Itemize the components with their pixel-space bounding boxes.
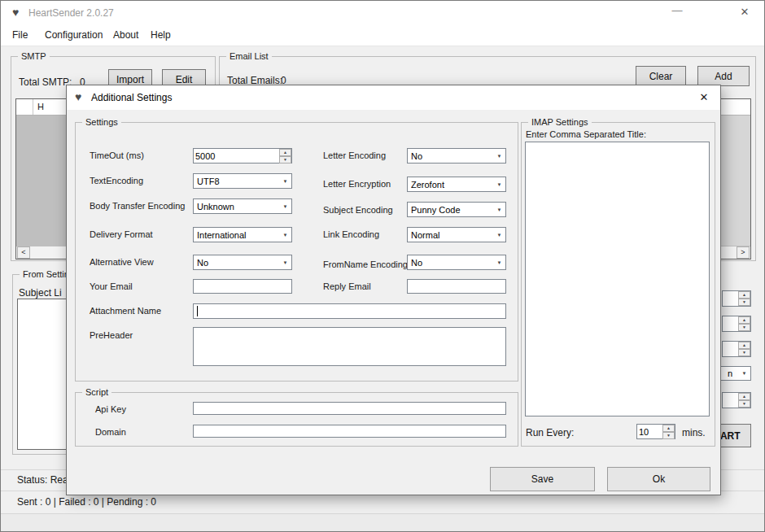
link-encoding-label: Link Encoding bbox=[323, 229, 379, 239]
textencoding-label: TextEncoding bbox=[90, 176, 143, 185]
fromname-encoding-select[interactable]: No ▼ bbox=[407, 255, 506, 270]
run-every-label: Run Every: bbox=[526, 427, 574, 438]
alternative-view-select[interactable]: No ▼ bbox=[193, 255, 292, 270]
text-caret bbox=[197, 306, 198, 316]
menu-configuration[interactable]: Configuration bbox=[45, 29, 103, 41]
run-every-unit-label: mins. bbox=[682, 427, 706, 438]
timeout-input[interactable] bbox=[194, 149, 279, 163]
run-every-spinner[interactable]: ▲ ▼ bbox=[636, 424, 675, 439]
link-encoding-select[interactable]: Normal ▼ bbox=[407, 227, 506, 242]
delivery-format-select[interactable]: International ▼ bbox=[193, 227, 292, 242]
letter-encryption-label: Letter Encryption bbox=[323, 179, 391, 189]
body-transfer-encoding-value: Unknown bbox=[197, 202, 279, 211]
spin-down-icon[interactable]: ▼ bbox=[738, 324, 750, 331]
timeout-spinner[interactable]: ▲ ▼ bbox=[193, 148, 292, 164]
preheader-textarea[interactable] bbox=[193, 327, 506, 366]
subject-encoding-label: Subject Encoding bbox=[323, 205, 393, 215]
dialog-titlebar: ♥ Additional Settings ✕ bbox=[67, 85, 720, 110]
spin-down-icon[interactable]: ▼ bbox=[279, 156, 291, 164]
letter-encryption-value: Zerofont bbox=[411, 180, 493, 190]
subject-list-label: Subject Li bbox=[19, 287, 62, 299]
api-key-label: Api Key bbox=[95, 404, 126, 414]
menu-bar: File Configuration About Help bbox=[1, 25, 764, 46]
alternative-view-value: No bbox=[197, 258, 279, 268]
hidden-updown-control-1[interactable]: ▲ ▼ bbox=[722, 290, 751, 307]
menu-file[interactable]: File bbox=[12, 29, 28, 41]
status-line: Status: Rea bbox=[17, 474, 68, 486]
imap-hint-label: Enter Comma Separated Title: bbox=[526, 129, 646, 139]
clear-button[interactable]: Clear bbox=[636, 66, 686, 86]
spin-up-icon[interactable]: ▲ bbox=[662, 425, 675, 432]
add-button[interactable]: Add bbox=[697, 66, 750, 86]
hidden-updown-control-2[interactable]: ▲ ▼ bbox=[722, 316, 751, 332]
ok-button[interactable]: Ok bbox=[607, 467, 710, 491]
minimize-button[interactable]: — bbox=[667, 4, 687, 16]
spin-up-icon[interactable]: ▲ bbox=[738, 342, 750, 349]
reply-email-input[interactable] bbox=[407, 279, 506, 294]
attachment-name-input[interactable] bbox=[193, 303, 506, 319]
dropdown-arrow-icon: ▼ bbox=[279, 204, 291, 209]
dropdown-arrow-icon: ▼ bbox=[279, 179, 291, 184]
grid-header-divider bbox=[33, 99, 33, 115]
scroll-left-icon[interactable]: < bbox=[17, 246, 30, 259]
app-window: ♥ HeartSender 2.0.27 — ✕ File Configurat… bbox=[0, 0, 765, 532]
dialog-title: Additional Settings bbox=[91, 92, 172, 103]
spin-down-icon[interactable]: ▼ bbox=[662, 432, 675, 439]
run-every-input[interactable] bbox=[637, 425, 662, 438]
smtp-group-label: SMTP bbox=[18, 50, 50, 62]
menu-help[interactable]: Help bbox=[151, 29, 171, 41]
subject-encoding-value: Punny Code bbox=[411, 205, 493, 215]
imap-titles-textarea[interactable] bbox=[525, 142, 710, 416]
dropdown-arrow-icon: ▼ bbox=[493, 207, 505, 212]
textencoding-select[interactable]: UTF8 ▼ bbox=[193, 173, 292, 189]
bottom-strip bbox=[1, 514, 764, 532]
from-settings-group-label: From Settin bbox=[20, 268, 72, 280]
script-group-label: Script bbox=[82, 386, 111, 398]
spin-up-icon[interactable]: ▲ bbox=[279, 149, 291, 156]
spin-down-icon[interactable]: ▼ bbox=[738, 400, 750, 408]
script-group: Script bbox=[75, 392, 518, 447]
spin-up-icon[interactable]: ▲ bbox=[738, 291, 750, 299]
heart-logo-icon: ♥ bbox=[75, 90, 81, 103]
dropdown-arrow-icon: ▼ bbox=[279, 260, 291, 265]
your-email-input[interactable] bbox=[193, 279, 292, 294]
api-key-input[interactable] bbox=[193, 402, 506, 415]
grid-column-header[interactable]: H bbox=[37, 102, 44, 111]
menu-about[interactable]: About bbox=[113, 29, 138, 41]
spin-up-icon[interactable]: ▲ bbox=[738, 316, 750, 324]
app-title: HeartSender 2.0.27 bbox=[28, 7, 114, 19]
attachment-name-label: Attachment Name bbox=[90, 306, 161, 316]
your-email-label: Your Email bbox=[90, 281, 133, 291]
spin-down-icon[interactable]: ▼ bbox=[738, 299, 750, 306]
partial-combobox-value: n bbox=[728, 368, 738, 378]
email-list-group-label: Email List bbox=[226, 50, 272, 62]
body-transfer-encoding-label: Body Transfer Encoding bbox=[90, 201, 185, 211]
subject-encoding-select[interactable]: Punny Code ▼ bbox=[407, 202, 506, 217]
scroll-right-icon[interactable]: > bbox=[737, 246, 750, 259]
close-button[interactable]: ✕ bbox=[735, 6, 754, 18]
save-button[interactable]: Save bbox=[490, 467, 595, 491]
dialog-close-icon[interactable]: ✕ bbox=[696, 91, 712, 103]
letter-encoding-select[interactable]: No ▼ bbox=[407, 148, 506, 164]
settings-group-label: Settings bbox=[82, 116, 121, 128]
fromname-encoding-value: No bbox=[411, 258, 493, 268]
hidden-updown-control-4[interactable]: ▲ ▼ bbox=[722, 392, 751, 408]
domain-input[interactable] bbox=[193, 425, 506, 438]
domain-label: Domain bbox=[95, 427, 126, 437]
spin-up-icon[interactable]: ▲ bbox=[738, 393, 750, 400]
heart-logo-icon: ♥ bbox=[12, 6, 19, 19]
timeout-label: TimeOut (ms) bbox=[90, 150, 144, 160]
spin-down-icon[interactable]: ▼ bbox=[738, 349, 750, 356]
hidden-updown-control-3[interactable]: ▲ ▼ bbox=[722, 341, 751, 357]
counters-line: Sent : 0 | Failed : 0 | Pending : 0 bbox=[17, 496, 156, 508]
letter-encoding-value: No bbox=[411, 151, 493, 161]
body-transfer-encoding-select[interactable]: Unknown ▼ bbox=[193, 198, 292, 214]
letter-encryption-select[interactable]: Zerofont ▼ bbox=[407, 177, 506, 192]
dropdown-arrow-icon: ▼ bbox=[493, 182, 505, 187]
reply-email-label: Reply Email bbox=[323, 281, 371, 291]
additional-settings-dialog: ♥ Additional Settings ✕ Settings TimeOut… bbox=[66, 85, 721, 495]
imap-settings-group-label: IMAP Settings bbox=[528, 116, 592, 128]
dropdown-arrow-icon: ▼ bbox=[738, 371, 750, 376]
dropdown-arrow-icon: ▼ bbox=[493, 260, 505, 265]
preheader-label: PreHeader bbox=[90, 330, 133, 340]
